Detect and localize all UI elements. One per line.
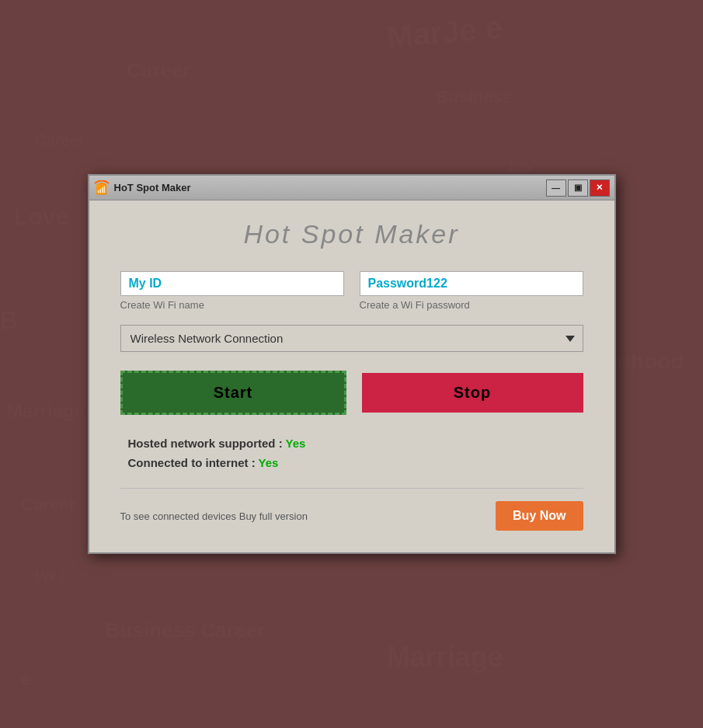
network-select[interactable]: Wireless Network Connection Local Area C… bbox=[120, 325, 583, 352]
buy-now-button[interactable]: Buy Now bbox=[496, 501, 583, 531]
internet-label: Connected to internet : bbox=[128, 456, 256, 469]
restore-button[interactable]: ▣ bbox=[568, 179, 588, 197]
app-title: Hot Spot Maker bbox=[120, 219, 583, 249]
hosted-network-label: Hosted network supported : bbox=[128, 437, 283, 450]
minimize-button[interactable]: — bbox=[546, 179, 566, 197]
wifi-password-label: Create a Wi Fi password bbox=[360, 299, 583, 311]
footer-row: To see connected devices Buy full versio… bbox=[120, 488, 583, 531]
internet-status: Connected to internet : Yes bbox=[128, 456, 583, 469]
stop-button[interactable]: Stop bbox=[362, 373, 583, 413]
status-section: Hosted network supported : Yes Connected… bbox=[120, 437, 583, 469]
wifi-password-input[interactable] bbox=[360, 271, 583, 296]
wifi-name-label: Create Wi Fi name bbox=[120, 299, 344, 311]
wifi-name-group: Create Wi Fi name bbox=[120, 271, 344, 311]
application-window: 📶 HoT Spot Maker — ▣ ✕ Hot Spot Maker Cr… bbox=[88, 174, 616, 554]
footer-text: To see connected devices Buy full versio… bbox=[120, 510, 484, 522]
window-controls: — ▣ ✕ bbox=[546, 179, 610, 197]
titlebar: 📶 HoT Spot Maker — ▣ ✕ bbox=[89, 176, 614, 200]
start-button[interactable]: Start bbox=[120, 371, 346, 415]
page-center: 📶 HoT Spot Maker — ▣ ✕ Hot Spot Maker Cr… bbox=[0, 0, 703, 728]
action-buttons-row: Start Stop bbox=[120, 371, 583, 415]
window-body: Hot Spot Maker Create Wi Fi name Create … bbox=[89, 200, 614, 552]
app-icon: 📶 bbox=[94, 180, 110, 196]
inputs-row: Create Wi Fi name Create a Wi Fi passwor… bbox=[120, 271, 583, 311]
hosted-network-status: Hosted network supported : Yes bbox=[128, 437, 583, 450]
hosted-network-value: Yes bbox=[286, 437, 306, 450]
wifi-password-group: Create a Wi Fi password bbox=[360, 271, 583, 311]
internet-value: Yes bbox=[259, 456, 279, 469]
window-title: HoT Spot Maker bbox=[114, 182, 546, 193]
close-button[interactable]: ✕ bbox=[590, 179, 610, 197]
network-dropdown-row: Wireless Network Connection Local Area C… bbox=[120, 325, 583, 352]
wifi-name-input[interactable] bbox=[120, 271, 344, 296]
svg-text:📶: 📶 bbox=[96, 183, 107, 195]
